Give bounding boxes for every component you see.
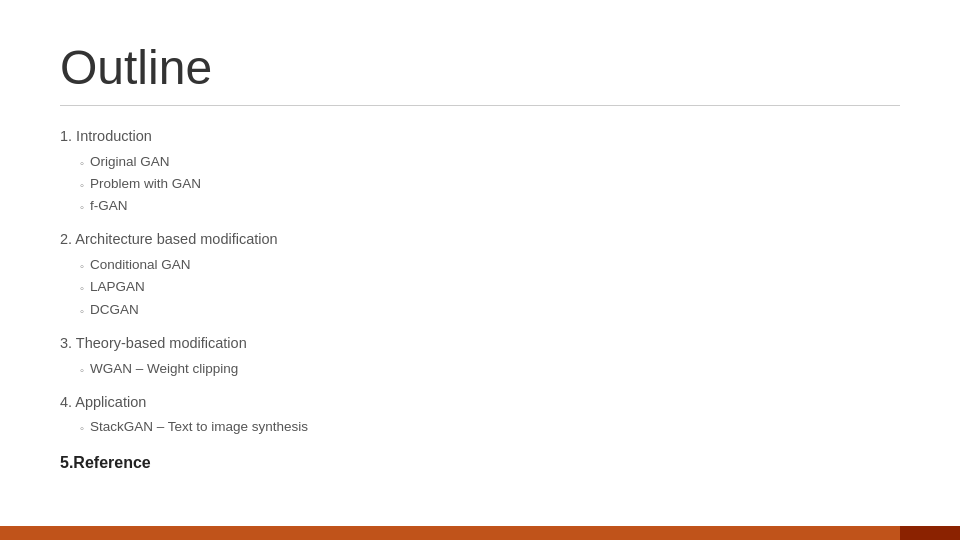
section-3-items: ◦ WGAN – Weight clipping (80, 358, 900, 380)
bullet-icon: ◦ (80, 302, 84, 320)
reference-header: 5.Reference (60, 449, 900, 476)
item-text: WGAN – Weight clipping (90, 358, 238, 380)
list-item: ◦ DCGAN (80, 299, 900, 321)
list-item: ◦ LAPGAN (80, 276, 900, 298)
list-item: ◦ StackGAN – Text to image synthesis (80, 416, 900, 438)
item-text: Conditional GAN (90, 254, 191, 276)
section-4: 4. Application ◦ StackGAN – Text to imag… (60, 390, 900, 439)
item-text: Original GAN (90, 151, 170, 173)
slide-container: Outline 1. Introduction ◦ Original GAN ◦… (0, 0, 960, 540)
section-1-header: 1. Introduction (60, 124, 900, 149)
section-reference: 5.Reference (60, 449, 900, 476)
section-1-items: ◦ Original GAN ◦ Problem with GAN ◦ f-GA… (80, 151, 900, 218)
section-3: 3. Theory-based modification ◦ WGAN – We… (60, 331, 900, 380)
bullet-icon: ◦ (80, 419, 84, 437)
item-text: StackGAN – Text to image synthesis (90, 416, 308, 438)
list-item: ◦ WGAN – Weight clipping (80, 358, 900, 380)
list-item: ◦ Problem with GAN (80, 173, 900, 195)
bar-darkred (900, 526, 960, 540)
item-text: Problem with GAN (90, 173, 201, 195)
section-4-header: 4. Application (60, 390, 900, 415)
item-text: LAPGAN (90, 276, 145, 298)
bullet-icon: ◦ (80, 361, 84, 379)
item-text: f-GAN (90, 195, 128, 217)
content-area: 1. Introduction ◦ Original GAN ◦ Problem… (60, 124, 900, 476)
section-3-header: 3. Theory-based modification (60, 331, 900, 356)
list-item: ◦ Original GAN (80, 151, 900, 173)
section-2-items: ◦ Conditional GAN ◦ LAPGAN ◦ DCGAN (80, 254, 900, 321)
bullet-icon: ◦ (80, 176, 84, 194)
list-item: ◦ Conditional GAN (80, 254, 900, 276)
bar-orange (0, 526, 900, 540)
section-4-items: ◦ StackGAN – Text to image synthesis (80, 416, 900, 438)
section-2-header: 2. Architecture based modification (60, 227, 900, 252)
bottom-bar (0, 526, 960, 540)
title-divider (60, 105, 900, 106)
bullet-icon: ◦ (80, 154, 84, 172)
section-1: 1. Introduction ◦ Original GAN ◦ Problem… (60, 124, 900, 217)
slide-title: Outline (60, 40, 900, 95)
section-2: 2. Architecture based modification ◦ Con… (60, 227, 900, 320)
list-item: ◦ f-GAN (80, 195, 900, 217)
bullet-icon: ◦ (80, 257, 84, 275)
item-text: DCGAN (90, 299, 139, 321)
bullet-icon: ◦ (80, 279, 84, 297)
bullet-icon: ◦ (80, 198, 84, 216)
